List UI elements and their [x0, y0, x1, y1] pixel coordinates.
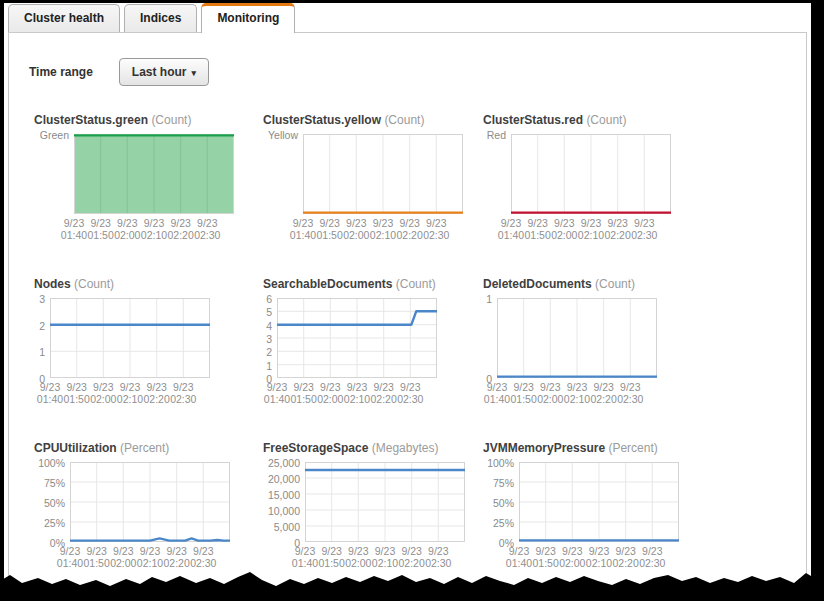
- chart-plot-svg: [50, 298, 210, 378]
- y-tick-label: 100%: [38, 457, 65, 469]
- chart-title: ClusterStatus.red (Count): [483, 113, 709, 127]
- y-tick-label: 1: [266, 360, 272, 372]
- y-tick-label: 5: [266, 306, 272, 318]
- metric-chart: FreeStorageSpace (Megabytes) 25,00020,00…: [263, 441, 483, 571]
- x-tick-label: 9/2302:30: [612, 381, 648, 405]
- frame-edge-right: [811, 0, 824, 601]
- chart-plot-svg: [74, 134, 234, 214]
- y-axis: 3210: [34, 298, 50, 378]
- x-axis: 9/2301:409/2301:509/2302:009/2302:109/23…: [277, 381, 437, 407]
- metric-chart: ClusterStatus.yellow (Count) Yellow 9/23…: [263, 113, 483, 243]
- chart-body: 100%75%50%25%0%: [483, 462, 709, 542]
- chart-unit: (Percent): [120, 441, 169, 455]
- time-range-value: Last hour: [132, 65, 187, 79]
- tab-cluster-health[interactable]: Cluster health: [8, 4, 120, 32]
- frame-edge-left: [0, 0, 4, 601]
- y-tick-label: 50%: [493, 497, 514, 509]
- y-tick-label: Red: [487, 129, 506, 141]
- y-tick-label: 100%: [487, 457, 514, 469]
- x-axis: 9/2301:409/2301:509/2302:009/2302:109/23…: [74, 217, 234, 243]
- x-tick-label: 9/2302:30: [392, 381, 428, 405]
- chart-unit: (Percent): [608, 441, 657, 455]
- chart-unit: (Count): [595, 277, 635, 291]
- chart-metric-name: ClusterStatus.red: [483, 113, 583, 127]
- x-axis: 9/2301:409/2301:509/2302:009/2302:109/23…: [50, 381, 210, 407]
- y-tick-label: 15,000: [268, 489, 300, 501]
- monitoring-screen: Cluster health Indices Monitoring Time r…: [0, 0, 824, 601]
- plot-area: [70, 462, 230, 542]
- chart-metric-name: ClusterStatus.green: [34, 113, 148, 127]
- x-tick-label: 9/2302:30: [634, 545, 670, 569]
- chart-title: ClusterStatus.yellow (Count): [263, 113, 483, 127]
- x-axis: 9/2301:409/2301:509/2302:009/2302:109/23…: [511, 217, 671, 243]
- plot-area: [305, 462, 465, 542]
- y-tick-label: 75%: [493, 477, 514, 489]
- monitoring-panel: Time range Last hour▾ ClusterStatus.gree…: [8, 32, 807, 595]
- chart-metric-name: CPUUtilization: [34, 441, 117, 455]
- tab-indices[interactable]: Indices: [124, 4, 197, 32]
- chart-title: DeletedDocuments (Count): [483, 277, 709, 291]
- chart-metric-name: FreeStorageSpace: [263, 441, 368, 455]
- plot-area: [74, 134, 234, 214]
- plot-area: [50, 298, 210, 378]
- chart-plot-svg: [519, 462, 679, 542]
- chart-body: Green: [34, 134, 263, 214]
- charts-grid: ClusterStatus.green (Count) Green 9/2301…: [34, 113, 806, 571]
- chart-body: Red: [483, 134, 709, 214]
- chart-plot-svg: [497, 298, 657, 378]
- y-tick-label: 1: [39, 346, 45, 358]
- x-axis: 9/2301:409/2301:509/2302:009/2302:109/23…: [497, 381, 657, 407]
- chart-body: 100%75%50%25%0%: [34, 462, 263, 542]
- x-tick-label: 9/2302:30: [418, 217, 454, 241]
- y-axis: 6543210: [263, 298, 277, 378]
- chart-title: JVMMemoryPressure (Percent): [483, 441, 709, 455]
- frame-edge-top: [0, 0, 824, 3]
- time-range-row: Time range Last hour▾: [9, 33, 806, 86]
- tab-monitoring[interactable]: Monitoring: [201, 3, 295, 33]
- chart-metric-name: Nodes: [34, 277, 71, 291]
- y-tick-label: 3: [39, 293, 45, 305]
- y-tick-label: 2: [39, 320, 45, 332]
- x-tick-label: 9/2302:30: [189, 217, 225, 241]
- chevron-down-icon: ▾: [191, 68, 196, 78]
- metric-chart: CPUUtilization (Percent) 100%75%50%25%0%…: [34, 441, 263, 571]
- chart-metric-name: ClusterStatus.yellow: [263, 113, 381, 127]
- y-tick-label: 5,000: [274, 521, 300, 533]
- y-tick-label: 25,000: [268, 457, 300, 469]
- chart-body: Yellow: [263, 134, 483, 214]
- y-tick-label: 50%: [44, 497, 65, 509]
- time-range-dropdown[interactable]: Last hour▾: [119, 58, 209, 86]
- chart-unit: (Count): [151, 113, 191, 127]
- y-axis: 25,00020,00015,00010,0005,0000: [263, 462, 305, 542]
- chart-body: 10: [483, 298, 709, 378]
- plot-area: [511, 134, 671, 214]
- chart-title: ClusterStatus.green (Count): [34, 113, 263, 127]
- metric-chart: DeletedDocuments (Count) 10 9/2301:409/2…: [483, 277, 709, 407]
- y-tick-label: 3: [266, 333, 272, 345]
- y-tick-label: 4: [266, 320, 272, 332]
- x-tick-label: 9/2302:30: [165, 381, 201, 405]
- chart-plot-svg: [511, 134, 671, 214]
- y-tick-label: Yellow: [268, 129, 298, 141]
- y-axis: 100%75%50%25%0%: [34, 462, 70, 542]
- chart-body: 6543210: [263, 298, 483, 378]
- chart-plot-svg: [305, 462, 465, 542]
- y-tick-label: 25%: [44, 517, 65, 529]
- chart-unit: (Count): [396, 277, 436, 291]
- tab-bar: Cluster health Indices Monitoring: [8, 4, 295, 33]
- chart-unit: (Count): [74, 277, 114, 291]
- plot-area: [277, 298, 437, 378]
- chart-body: 3210: [34, 298, 263, 378]
- chart-metric-name: SearchableDocuments: [263, 277, 392, 291]
- chart-plot-svg: [70, 462, 230, 542]
- y-tick-label: 25%: [493, 517, 514, 529]
- y-axis: 100%75%50%25%0%: [483, 462, 519, 542]
- x-tick-label: 9/2302:30: [626, 217, 662, 241]
- chart-body: 25,00020,00015,00010,0005,0000: [263, 462, 483, 542]
- y-axis: Red: [483, 134, 511, 214]
- chart-title: FreeStorageSpace (Megabytes): [263, 441, 483, 455]
- plot-area: [497, 298, 657, 378]
- metric-chart: Nodes (Count) 3210 9/2301:409/2301:509/2…: [34, 277, 263, 407]
- y-tick-label: 75%: [44, 477, 65, 489]
- y-tick-label: 20,000: [268, 473, 300, 485]
